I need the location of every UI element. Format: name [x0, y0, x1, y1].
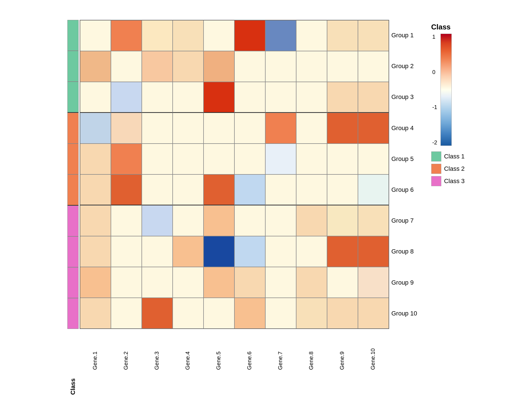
class-legend: Class 1Class 2Class 3	[431, 151, 465, 186]
heatmap-cell	[204, 144, 234, 174]
heatmap-cell	[358, 205, 389, 236]
heatmap-cell	[234, 174, 265, 205]
row-label: Group 8	[391, 236, 417, 267]
heatmap-cell	[265, 174, 296, 205]
heatmap-cell	[265, 205, 296, 236]
heatmap-cell	[111, 267, 142, 298]
heatmap-cell	[204, 113, 234, 144]
heatmap-cell	[80, 205, 111, 236]
heatmap-cell	[173, 113, 204, 144]
heatmap-cell	[327, 144, 358, 174]
heatmap-cell	[296, 236, 327, 267]
legend-title: Class	[431, 23, 451, 31]
heatmap-cell	[142, 82, 173, 113]
class-bar-cell	[67, 20, 79, 51]
row-label: Group 4	[391, 113, 417, 144]
heatmap-cell	[204, 205, 234, 236]
heatmap-cell	[234, 205, 265, 236]
heatmap-cell	[265, 144, 296, 174]
heatmap-cell	[234, 113, 265, 144]
class-bar-cell	[67, 174, 79, 206]
heatmap-cell	[327, 205, 358, 236]
class-legend-swatch	[431, 164, 441, 174]
heatmap-cell	[265, 267, 296, 298]
class-legend-swatch	[431, 151, 441, 162]
heatmap-cell	[358, 82, 389, 113]
heatmap-cell	[80, 298, 111, 329]
heatmap-cell	[111, 51, 142, 82]
heatmap-cell	[80, 174, 111, 205]
heatmap-cell	[80, 267, 111, 298]
heatmap-section: Group 1Group 2Group 3Group 4Group 5Group…	[67, 20, 417, 401]
heatmap-cell	[296, 51, 327, 82]
heatmap-cell	[142, 236, 173, 267]
heatmap-cell	[327, 236, 358, 267]
heatmap-cell	[142, 174, 173, 205]
heatmap-cell	[234, 51, 265, 82]
heatmap-cell	[234, 144, 265, 174]
heatmap-cell	[142, 298, 173, 329]
row-label: Group 5	[391, 144, 417, 174]
heatmap-cell	[204, 20, 234, 51]
colorbar-label-neg2: -2	[432, 139, 437, 146]
class-bar-cell	[67, 51, 79, 82]
heatmap-cell	[111, 20, 142, 51]
heatmap-cell	[111, 144, 142, 174]
heatmap-cell	[173, 205, 204, 236]
heatmap-cell	[142, 267, 173, 298]
colorbar-label-0: 0	[432, 69, 437, 75]
colorbar-label-1: 1	[432, 34, 437, 40]
heatmap-cell	[80, 51, 111, 82]
class-bar-cell	[67, 206, 79, 236]
heatmap-cell	[142, 113, 173, 144]
heatmap-cell	[358, 236, 389, 267]
heatmap-cell	[265, 298, 296, 329]
col-label: Gene.2	[123, 342, 129, 370]
heatmap-cell	[80, 236, 111, 267]
col-label: Gene.7	[277, 342, 284, 370]
heatmap-cell	[265, 20, 296, 51]
heatmap-cell	[142, 205, 173, 236]
grid-and-rowlabels: Group 1Group 2Group 3Group 4Group 5Group…	[80, 20, 417, 329]
heatmap-cell	[327, 267, 358, 298]
heatmap-cell	[234, 236, 265, 267]
class-bar-cell	[67, 236, 79, 267]
heatmap-cell	[358, 51, 389, 82]
col-label: Gene.9	[339, 342, 345, 370]
heatmap-cell	[204, 174, 234, 205]
class-axis-label: Class	[67, 373, 79, 401]
heatmap-cell	[358, 144, 389, 174]
heatmap-cell	[173, 267, 204, 298]
heatmap-cell	[265, 236, 296, 267]
col-label: Gene.5	[215, 342, 222, 370]
heatmap-cell	[234, 298, 265, 329]
colorbar-label-neg1: -1	[432, 104, 437, 110]
row-labels: Group 1Group 2Group 3Group 4Group 5Group…	[391, 20, 417, 329]
heatmap-cell	[327, 174, 358, 205]
row-label: Group 1	[391, 20, 417, 51]
col-label: Gene.10	[370, 342, 376, 370]
col-labels: Gene.1Gene.2Gene.3Gene.4Gene.5Gene.6Gene…	[80, 331, 389, 370]
heatmap-cell	[111, 113, 142, 144]
legend-section: Class 1 0 -1 -2 Class 1Class 2Class 3	[431, 23, 465, 186]
heatmap-cell	[358, 298, 389, 329]
class-legend-swatch	[431, 176, 441, 186]
chart-container: Group 1Group 2Group 3Group 4Group 5Group…	[62, 9, 470, 406]
heatmap-cell	[327, 20, 358, 51]
row-label: Group 2	[391, 51, 417, 82]
heatmap-cell	[234, 82, 265, 113]
heatmap-cell	[173, 174, 204, 205]
heatmap-cell	[296, 113, 327, 144]
heatmap-cell	[358, 267, 389, 298]
heatmap-cell	[204, 298, 234, 329]
heatmap-cell	[358, 113, 389, 144]
class-bar-cell	[67, 267, 79, 298]
heatmap-cell	[204, 267, 234, 298]
heatmap-cell	[111, 174, 142, 205]
heatmap-cell	[296, 267, 327, 298]
heatmap-cell	[296, 205, 327, 236]
heatmap-cell	[296, 144, 327, 174]
heatmap-cell	[142, 51, 173, 82]
heatmap-cell	[173, 298, 204, 329]
heatmap-cell	[204, 236, 234, 267]
